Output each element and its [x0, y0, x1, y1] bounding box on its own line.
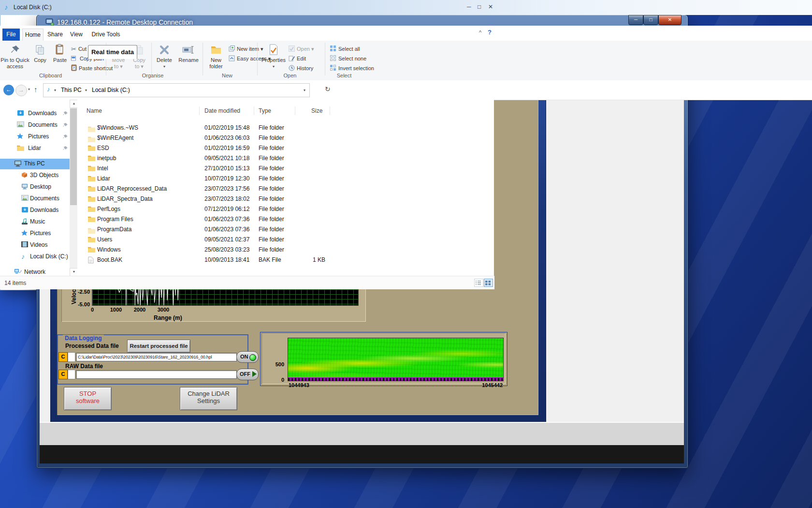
file-type: File folder: [259, 226, 284, 233]
up-button[interactable]: ↑: [34, 85, 38, 93]
raw-drive-badge[interactable]: C: [58, 370, 68, 379]
pin-icon: [63, 134, 68, 139]
sidebar-item-downloads[interactable]: Downloads: [0, 205, 70, 216]
sidebar-scrollbar[interactable]: ▲ ▼: [70, 100, 77, 276]
file-row[interactable]: Boot.BAK10/09/2013 18:41BAK File1 KB: [77, 255, 494, 265]
ribbon-tab-file[interactable]: File: [2, 29, 20, 41]
sidebar-item-3d-objects[interactable]: 3D Objects: [0, 170, 70, 181]
select-none-button[interactable]: Select none: [330, 54, 366, 63]
file-name: PerfLogs: [97, 206, 120, 212]
file-row[interactable]: Intel27/10/2010 15:13File folder: [77, 164, 494, 174]
file-row[interactable]: PerfLogs07/12/2019 06:12File folder: [77, 204, 494, 214]
file-type: File folder: [259, 155, 284, 162]
stop-label-2: software: [64, 397, 111, 404]
explorer-restore-icon[interactable]: □: [478, 3, 481, 10]
sidebar-item-music[interactable]: Music: [0, 217, 70, 227]
processed-drive-badge[interactable]: C: [58, 352, 68, 362]
raw-browse-icon[interactable]: [68, 370, 75, 379]
explorer-titlebar[interactable]: ♪ Local Disk (C:) ─ □ ✕: [0, 0, 812, 15]
explorer-minimize-icon[interactable]: ─: [467, 3, 471, 10]
sidebar-item-lidar[interactable]: Lidar: [0, 143, 70, 154]
edit-button[interactable]: Edit: [289, 54, 306, 63]
rdp-close-button[interactable]: ✕: [658, 15, 682, 25]
cut-button[interactable]: ✂ Cut: [71, 45, 87, 53]
breadcrumb-chevron-icon[interactable]: ▾: [85, 88, 87, 92]
rdp-minimize-button[interactable]: ─: [628, 15, 643, 25]
help-icon[interactable]: ?: [488, 29, 492, 36]
pin-to-quick-access-button[interactable]: Pin to Quick access: [0, 43, 30, 77]
address-dropdown-icon[interactable]: ▾: [304, 88, 305, 92]
file-row[interactable]: inetpub09/05/2021 10:18File folder: [77, 153, 494, 164]
column-header-name[interactable]: Name: [87, 107, 102, 114]
sidebar-item-pictures[interactable]: Pictures: [0, 132, 70, 142]
back-button[interactable]: ←: [3, 85, 14, 95]
forward-button[interactable]: →: [15, 85, 27, 96]
ribbon-tab-drive-tools[interactable]: Drive Tools: [89, 29, 123, 41]
address-chevron-icon[interactable]: ▾: [54, 88, 56, 92]
file-row[interactable]: Lidar10/07/2019 12:30File folder: [77, 174, 494, 184]
restart-processed-button[interactable]: Restart processed file: [127, 340, 190, 353]
sidebar-item-documents[interactable]: Documents: [0, 120, 70, 131]
address-bar[interactable]: ♪ ▾ This PC ▾ Local Disk (C:) ▾: [43, 83, 310, 97]
documents-icon: [21, 195, 29, 202]
tab-real-time-data[interactable]: Real time data: [88, 45, 137, 59]
file-row[interactable]: ESD01/02/2019 16:59File folder: [77, 143, 494, 153]
select-all-button[interactable]: Select all: [330, 45, 360, 53]
ribbon-tab-share[interactable]: Share: [45, 29, 65, 41]
file-row[interactable]: Windows25/08/2023 03:23File folder: [77, 245, 494, 255]
ribbon-tab-view[interactable]: View: [67, 29, 86, 41]
processed-path-field[interactable]: C:\Lidar\Data\Proc\2023\202309\20230916\…: [76, 353, 237, 361]
cut-icon: ✂: [71, 45, 76, 53]
history-button[interactable]: History: [289, 64, 313, 73]
breadcrumb-local-disk[interactable]: Local Disk (C:): [92, 87, 130, 93]
scrollbar-thumb[interactable]: [70, 108, 77, 205]
file-date: 09/05/2021 10:18: [204, 155, 249, 162]
processed-logging-toggle[interactable]: ON: [236, 351, 259, 363]
file-type: File folder: [259, 195, 284, 202]
sidebar-item-label: Downloads: [30, 207, 58, 213]
nav-history-dropdown-icon[interactable]: ▾: [28, 87, 30, 91]
column-header-size[interactable]: Size: [311, 107, 322, 114]
file-type: File folder: [259, 165, 284, 172]
rdp-maximize-button[interactable]: □: [643, 15, 658, 25]
file-row[interactable]: Users09/05/2021 02:37File folder: [77, 235, 494, 245]
sidebar-item-this-pc[interactable]: This PC: [0, 159, 70, 169]
music-icon: [21, 218, 29, 225]
file-row[interactable]: $Windows.~WS01/02/2019 15:48File folder: [77, 123, 494, 133]
file-row[interactable]: Program Files01/06/2023 07:36File folder: [77, 214, 494, 224]
change-lidar-settings-button[interactable]: Change LiDAR Settings: [180, 387, 237, 410]
file-row[interactable]: LiDAR_Reprocessed_Data23/07/2023 17:56Fi…: [77, 184, 494, 194]
pictures-icon: [21, 230, 29, 237]
folder-icon: [88, 246, 95, 253]
file-row[interactable]: ProgramData01/06/2023 07:36File folder: [77, 224, 494, 235]
ribbon-separator: [203, 43, 203, 75]
details-view-icon[interactable]: [474, 279, 483, 287]
sidebar-item-pictures[interactable]: Pictures: [0, 228, 70, 239]
file-row[interactable]: LiDAR_Spectra_Data23/07/2023 18:02File f…: [77, 194, 494, 204]
sidebar-item-videos[interactable]: Videos: [0, 240, 70, 251]
file-row[interactable]: $WinREAgent01/06/2023 06:03File folder: [77, 133, 494, 143]
paste-shortcut-button[interactable]: Paste shortcut: [71, 64, 113, 73]
thumbnail-view-icon[interactable]: [484, 279, 493, 287]
breadcrumb-this-pc[interactable]: This PC: [61, 87, 82, 93]
refresh-icon[interactable]: ↻: [325, 85, 331, 93]
sidebar-item-desktop[interactable]: Desktop: [0, 182, 70, 193]
sidebar-item-local-disk-c-[interactable]: ♪Local Disk (C:): [0, 252, 70, 262]
stop-software-button[interactable]: STOP software: [64, 387, 112, 410]
ribbon-collapse-icon[interactable]: ^: [479, 30, 481, 35]
videos-icon: [21, 241, 29, 249]
raw-path-field[interactable]: [76, 370, 237, 379]
raw-logging-toggle[interactable]: OFF: [236, 369, 259, 380]
column-header-type[interactable]: Type: [259, 107, 271, 114]
invert-selection-button[interactable]: Invert selection: [330, 64, 374, 73]
rename-button[interactable]: Rename: [176, 43, 201, 77]
processed-browse-icon[interactable]: [68, 352, 75, 362]
sidebar-item-downloads[interactable]: Downloads: [0, 108, 70, 119]
open-button[interactable]: Open ▾: [289, 45, 314, 53]
sidebar-item-documents[interactable]: Documents: [0, 194, 70, 204]
explorer-close-icon[interactable]: ✕: [488, 3, 493, 10]
ribbon-tab-home[interactable]: Home: [22, 29, 44, 41]
column-header-date[interactable]: Date modified: [204, 107, 240, 114]
new-item-button[interactable]: New item ▾: [229, 45, 263, 53]
file-name: $Windows.~WS: [97, 124, 138, 131]
